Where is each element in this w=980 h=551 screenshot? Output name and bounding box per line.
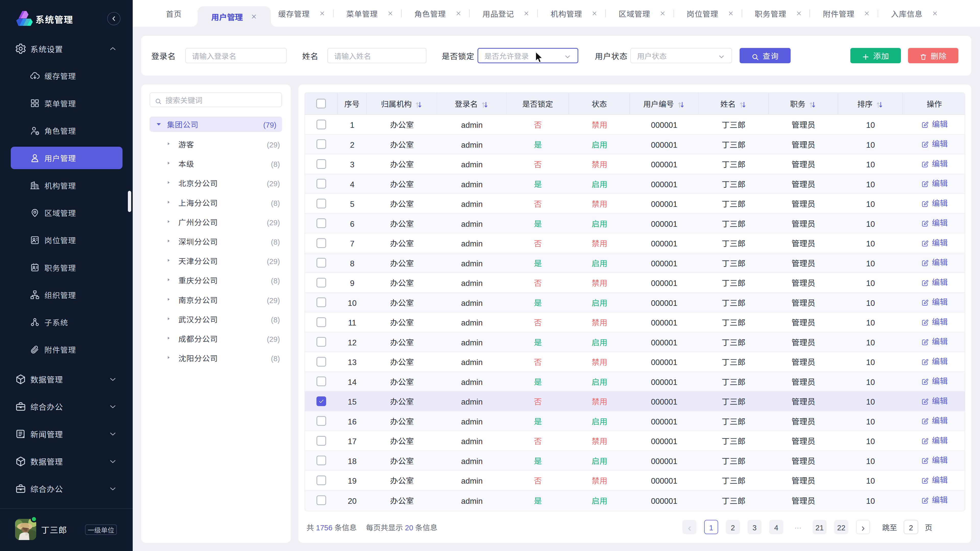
tree-node-成都分公司[interactable]: 成都分公司(29) [150,329,282,348]
edit-button[interactable]: 编辑 [921,295,948,307]
tab-职务管理[interactable]: 职务管理 [755,0,802,27]
sidebar-group-cube-0[interactable]: 数据管理 [0,367,133,392]
edit-button[interactable]: 编辑 [921,118,948,129]
caret-right-icon[interactable] [166,160,171,167]
edit-button[interactable]: 编辑 [921,335,948,347]
sort-icon[interactable] [876,100,883,107]
edit-button[interactable]: 编辑 [921,355,948,367]
page-button-21[interactable]: 21 [813,520,827,534]
tab-active-用户管理[interactable]: 用户管理 [197,6,271,27]
caret-right-icon[interactable] [166,238,171,245]
edit-button[interactable]: 编辑 [921,237,948,248]
row-checkbox[interactable] [317,357,326,367]
edit-button[interactable]: 编辑 [921,414,948,426]
page-button-22[interactable]: 22 [834,520,848,534]
edit-button[interactable]: 编辑 [921,177,948,189]
edit-button[interactable]: 编辑 [921,138,948,149]
delete-button[interactable]: 删除 [908,48,958,63]
tree-node-沈阳分公司[interactable]: 沈阳分公司(8) [150,348,282,368]
row-checkbox[interactable] [317,199,326,208]
tree-node-武汉分公司[interactable]: 武汉分公司(8) [150,310,282,329]
column-header-姓名[interactable]: 姓名 [698,93,769,115]
row-checkbox[interactable] [317,258,326,268]
sidebar-item-badge-card[interactable]: 职务管理 [11,256,123,279]
sort-icon[interactable] [677,100,685,107]
tab-用品登记[interactable]: 用品登记 [482,0,530,27]
caret-right-icon[interactable] [166,200,171,206]
sidebar-group-cube-3[interactable]: 数据管理 [0,449,133,474]
close-icon[interactable] [591,10,598,17]
caret-right-icon[interactable] [166,141,171,147]
add-button[interactable]: 添加 [850,48,901,63]
login-filter-input[interactable]: 请输入登录名 [185,48,286,63]
caret-right-icon[interactable] [166,180,171,186]
sidebar-group-newspaper-2[interactable]: 新闻管理 [0,422,133,446]
row-checkbox[interactable] [317,159,326,169]
column-header-职务[interactable]: 职务 [769,93,838,115]
close-icon[interactable] [932,10,938,17]
row-checkbox[interactable] [317,475,326,485]
sort-icon[interactable] [739,100,746,107]
caret-right-icon[interactable] [166,219,171,225]
prev-page-button[interactable] [682,520,697,534]
close-icon[interactable] [864,10,870,17]
sidebar-item-building[interactable]: 机构管理 [11,174,123,197]
close-icon[interactable] [659,10,666,17]
caret-down-icon[interactable] [156,121,161,127]
tree-node-深圳分公司[interactable]: 深圳分公司(8) [150,232,282,251]
page-button-2[interactable]: 2 [726,520,740,534]
sidebar-section-settings[interactable]: 系统设置 [0,37,133,61]
caret-right-icon[interactable] [166,355,171,361]
close-icon[interactable] [455,10,462,17]
close-icon[interactable] [319,10,325,17]
sidebar-item-map-pin[interactable]: 区域管理 [11,202,123,224]
select-all-checkbox[interactable] [316,99,326,108]
sidebar-group-briefcase-1[interactable]: 综合办公 [0,394,133,419]
tab-入库信息[interactable]: 入库信息 [891,0,938,27]
row-checkbox[interactable] [317,456,326,465]
tree-node-广州分公司[interactable]: 广州分公司(29) [150,212,282,232]
close-icon[interactable] [796,10,802,17]
row-checkbox[interactable] [317,278,326,287]
sidebar-item-paperclip[interactable]: 附件管理 [11,338,123,361]
tab-附件管理[interactable]: 附件管理 [823,0,870,27]
sidebar-item-org-chart[interactable]: 组织管理 [11,284,123,306]
row-checkbox[interactable] [317,436,326,446]
name-filter-input[interactable]: 请输入姓名 [328,48,426,63]
sidebar-collapse-button[interactable] [107,12,121,25]
edit-button[interactable]: 编辑 [921,494,948,505]
caret-right-icon[interactable] [166,297,171,303]
tree-node-重庆分公司[interactable]: 重庆分公司(8) [150,270,282,290]
row-checkbox[interactable] [317,376,326,386]
tree-search-input[interactable]: 搜索关键词 [150,92,282,107]
page-button-4[interactable]: 4 [769,520,783,534]
tree-node-游客[interactable]: 游客(29) [150,135,282,154]
edit-button[interactable]: 编辑 [921,474,948,485]
tree-node-北京分公司[interactable]: 北京分公司(29) [150,173,282,192]
tree-node-天津分公司[interactable]: 天津分公司(29) [150,251,282,270]
row-checkbox[interactable] [317,120,326,129]
edit-button[interactable]: 编辑 [921,197,948,208]
row-checkbox[interactable] [317,416,326,426]
sidebar-item-user[interactable]: 用户管理 [11,147,123,169]
close-icon[interactable] [387,10,393,17]
caret-right-icon[interactable] [166,277,171,283]
tree-node-root[interactable]: 集团公司 (79) [150,117,282,132]
row-checkbox[interactable] [317,495,326,505]
close-icon[interactable] [728,10,734,17]
row-checkbox[interactable] [317,218,326,228]
row-checkbox[interactable] [317,396,326,406]
tab-机构管理[interactable]: 机构管理 [550,0,598,27]
caret-right-icon[interactable] [166,335,171,341]
locked-filter-select[interactable]: 是否允许登录 [477,48,578,63]
row-checkbox[interactable] [317,179,326,189]
edit-button[interactable]: 编辑 [921,434,948,446]
row-checkbox[interactable] [317,318,326,327]
sort-icon[interactable] [481,100,488,107]
tab-菜单管理[interactable]: 菜单管理 [346,0,393,27]
edit-button[interactable]: 编辑 [921,256,948,268]
row-checkbox[interactable] [317,337,326,347]
tab-角色管理[interactable]: 角色管理 [414,0,462,27]
close-icon[interactable] [251,13,257,20]
page-button-3[interactable]: 3 [748,520,762,534]
